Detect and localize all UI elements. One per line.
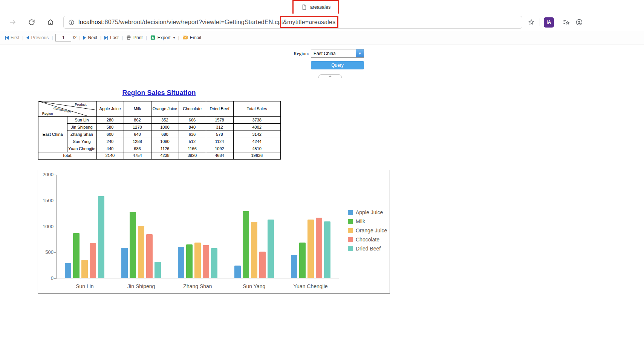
add-favorite-icon[interactable] [527, 18, 536, 27]
total-value-cell: 4684 [206, 152, 233, 159]
value-cell: 578 [206, 131, 233, 138]
total-value-cell: 19636 [233, 152, 281, 159]
info-icon[interactable] [68, 19, 75, 26]
bar-orange-juice [194, 243, 201, 278]
bar-apple-juice [234, 266, 241, 278]
tab-title: areasales [310, 5, 330, 10]
bar-apple-juice [291, 255, 297, 278]
separator: | [22, 35, 23, 40]
previous-page-icon [26, 36, 29, 40]
value-cell: 600 [96, 131, 124, 138]
report-title: Region Sales Situation [38, 89, 280, 97]
bar-group: Sun Yang [226, 175, 282, 278]
column-header: Dried Beef [206, 101, 233, 116]
query-button[interactable]: Query [311, 61, 364, 69]
forward-icon[interactable] [8, 18, 17, 27]
first-page-button[interactable]: First [5, 35, 19, 40]
value-cell: 1080 [151, 138, 179, 145]
previous-page-button[interactable]: Previous [26, 35, 49, 40]
corner-bottom-label: Region [42, 112, 53, 115]
divider [558, 18, 558, 26]
legend-item: Chocolate [348, 237, 387, 243]
bar-milk [186, 244, 193, 278]
next-page-label: Next [88, 35, 97, 40]
value-cell: 3738 [233, 116, 281, 123]
profile-icon[interactable] [575, 18, 584, 27]
bar-orange-juice [138, 226, 144, 278]
bar-apple-juice [65, 263, 71, 278]
table-total-row: Total:2140475442383820468419636 [38, 152, 281, 159]
x-axis-label: Sun Yang [226, 283, 282, 289]
salesperson-cell: Sun Lin [67, 116, 96, 123]
bar-chocolate [259, 252, 266, 278]
email-button[interactable]: Email [182, 35, 201, 40]
table-corner-cell: Product Salesperson Region [38, 101, 96, 116]
print-button[interactable]: Print [126, 35, 143, 40]
y-tick-label: 0 [38, 275, 54, 281]
y-tick-label: 1500 [38, 198, 54, 203]
value-cell: 512 [179, 138, 206, 145]
first-page-label: First [11, 35, 19, 40]
profile-badge[interactable]: IA [544, 17, 554, 28]
page-number-input[interactable] [55, 34, 71, 41]
column-header: Apple Juice [96, 101, 124, 116]
value-cell: 636 [179, 131, 206, 138]
print-label: Print [133, 35, 143, 40]
bar-orange-juice [251, 222, 257, 278]
url-text: localhost:8075/webroot/decision/view/rep… [78, 19, 335, 26]
column-header: Orange Juice [151, 101, 179, 116]
x-axis-label: Zhang Shan [170, 283, 226, 289]
address-bar[interactable]: localhost:8075/webroot/decision/view/rep… [63, 16, 522, 29]
x-axis-label: Sun Lin [57, 283, 113, 289]
separator: | [100, 35, 101, 40]
value-cell: 3142 [233, 131, 281, 138]
column-header: Total Sales [233, 101, 281, 116]
table-row: Zhang Shan6006486806365783142 [38, 131, 281, 138]
parameter-panel-collapse-handle[interactable] [318, 74, 342, 78]
dropdown-arrow-icon[interactable]: ▼ [356, 49, 364, 57]
browser-tab[interactable]: areasales [295, 2, 337, 12]
value-cell: 352 [151, 116, 179, 123]
y-tick-mark [54, 175, 57, 175]
previous-page-label: Previous [31, 35, 49, 40]
export-button[interactable]: Export ▾ [150, 35, 175, 40]
legend-swatch [348, 210, 353, 215]
value-cell: 1578 [206, 116, 233, 123]
y-tick-mark [54, 252, 57, 253]
table-row: Jin Shipeng580127010008403124002 [38, 123, 281, 131]
bar-group: Sun Lin [57, 175, 113, 278]
table-row: Sun Yang2401288108051211244244 [38, 138, 281, 145]
y-tick-label: 500 [38, 249, 54, 255]
y-tick-label: 2000 [38, 172, 54, 177]
last-page-button[interactable]: Last [104, 35, 119, 40]
next-page-button[interactable]: Next [83, 35, 97, 40]
region-dropdown[interactable]: East China ▼ [311, 49, 364, 58]
salesperson-cell: Sun Yang [67, 138, 96, 145]
refresh-icon[interactable] [27, 18, 36, 27]
navbar-right-icons: IA [527, 17, 584, 28]
value-cell: 1124 [206, 138, 233, 145]
print-icon [126, 35, 132, 40]
home-icon[interactable] [46, 18, 55, 27]
region-cell: East China [38, 116, 67, 152]
url-host: localhost [78, 19, 103, 25]
legend-item: Dried Beef [348, 246, 387, 252]
bar-orange-juice [307, 220, 314, 278]
value-cell: 1270 [124, 123, 151, 131]
last-page-icon [104, 36, 108, 40]
chart-legend: Apple JuiceMilkOrange JuiceChocolateDrie… [348, 209, 387, 252]
value-cell: 1000 [151, 123, 179, 131]
favorites-bar-icon[interactable] [562, 18, 571, 27]
bar-chocolate [146, 234, 153, 278]
browser-window: areasales localhost:8075/webroot/decisio… [0, 0, 644, 341]
value-cell: 666 [179, 116, 206, 123]
value-cell: 312 [206, 123, 233, 131]
value-cell: 240 [96, 138, 124, 145]
sales-chart: Sun LinJin ShipengZhang ShanSun YangYuan… [38, 170, 390, 293]
legend-swatch [348, 219, 353, 224]
legend-label: Orange Juice [356, 227, 387, 233]
legend-label: Milk [356, 218, 365, 224]
chart-groups: Sun LinJin ShipengZhang ShanSun YangYuan… [57, 175, 339, 278]
bar-chocolate [203, 245, 209, 278]
bar-group: Yuan Chengjie [282, 175, 339, 278]
